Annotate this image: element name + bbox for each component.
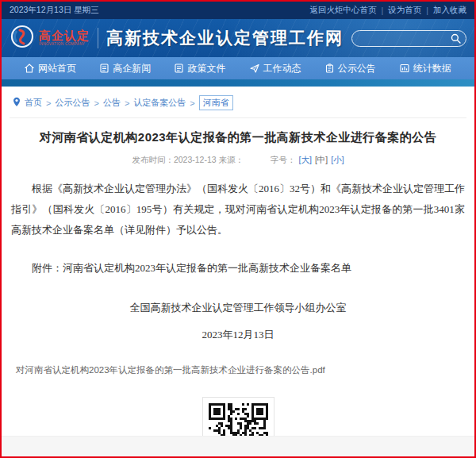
fontsize-medium-button[interactable]: [中] [315,155,328,166]
site-header: 高企认定 INNOVATION COMPANY 高新技术企业认定管理工作网 [2,19,474,57]
site-logo[interactable]: 高企认定 INNOVATION COMPANY [10,24,90,52]
breadcrumb-announcements[interactable]: 公示公告 [55,97,90,109]
topbar-date: 2023年12月13日 星期三 [10,5,99,16]
sign-date-line: 2023年12月13日 [11,325,465,345]
search-icon[interactable] [451,33,461,44]
page: 2023年12月13日 星期三 返回火炬中心首页 | 设为首页 | 加入收藏 高… [0,0,476,458]
nav-item-updates[interactable]: 工作动态 [250,57,301,79]
policy-doc-icon [175,64,183,73]
article-paragraph: 根据《高新技术企业认定管理办法》（国科发火〔2016〕32号）和《高新技术企业认… [11,179,465,241]
nav-item-news[interactable]: 高企新闻 [100,57,151,79]
nav-item-label: 工作动态 [263,62,301,75]
send-icon [250,64,259,73]
nav-item-announcements[interactable]: 公示公告 [325,57,376,79]
article-body: 根据《高新技术企业认定管理办法》（国科发火〔2016〕32号）和《高新技术企业认… [11,179,465,345]
fontsize-label: 字号： [271,155,296,166]
qr-box [202,397,274,436]
nav-item-home[interactable]: 网站首页 [25,57,76,79]
content: 首页 > 公示公告 > 公告 > 认定备案公告 > 河南省 对河南省认定机构20… [2,87,474,436]
logo-title: 高企认定 [39,29,90,41]
link-set-homepage[interactable]: 设为首页 [388,5,421,16]
logo-mark-icon [10,24,35,52]
publish-info: 发布时间：2023-12-13 来源： [132,155,244,166]
main-nav: 网站首页 高企新闻 政策文件 工作动态 公示公告 [2,57,474,79]
breadcrumb-henan[interactable]: 河南省 [199,95,233,110]
article-meta: 发布时间：2023-12-13 来源： 字号： [大] [中] [小] [11,155,465,166]
article-title: 对河南省认定机构2023年认定报备的第一批高新技术企业进行备案的公告 [11,130,465,145]
nav-item-label: 网站首页 [38,62,76,75]
logo-text: 高企认定 INNOVATION COMPANY [39,29,90,47]
breadcrumb-notice[interactable]: 公告 [103,97,121,109]
nav-item-statistics[interactable]: 统计数据 [400,57,451,79]
topbar: 2023年12月13日 星期三 返回火炬中心首页 | 设为首页 | 加入收藏 [2,2,474,19]
news-doc-icon [100,64,109,73]
signer-line: 全国高新技术企业认定管理工作领导小组办公室 [11,298,465,318]
nav-item-label: 政策文件 [187,62,225,75]
location-pin-icon [13,97,21,109]
logo-subtitle: INNOVATION COMPANY [39,43,90,47]
footer [2,436,474,456]
site-title: 高新技术企业认定管理工作网 [106,27,344,49]
home-icon [25,64,34,73]
breadcrumb-separator: > [125,98,129,108]
breadcrumb-filing-notice[interactable]: 认定备案公告 [133,97,186,109]
nav-item-label: 公示公告 [338,62,376,75]
fontsize-small-button[interactable]: [小] [331,155,344,166]
link-add-favorite[interactable]: 加入收藏 [433,5,466,16]
topbar-separator: | [382,6,384,15]
qr-section: 扫一扫在手机打开当前页 [11,397,465,436]
link-torch-home[interactable]: 返回火炬中心首页 [310,5,377,16]
clipboard-icon [325,64,334,73]
nav-item-policy[interactable]: 政策文件 [175,57,225,79]
search-input[interactable] [360,33,451,43]
breadcrumb-separator: > [94,98,98,108]
topbar-separator: | [426,6,428,15]
pdf-attachment-link[interactable]: 对河南省认定机构2023年认定报备的第一批高新技术企业进行备案的公告.pdf [11,364,465,376]
fontsize-large-button[interactable]: [大] [299,155,312,166]
breadcrumb-separator: > [46,98,51,108]
chart-icon [400,64,409,73]
nav-item-label: 统计数据 [413,62,451,75]
qr-code [209,403,268,436]
breadcrumb-separator: > [190,98,194,108]
topbar-links: 返回火炬中心首页 | 设为首页 | 加入收藏 [310,5,466,16]
breadcrumb-home[interactable]: 首页 [25,97,42,109]
header-divider [98,28,98,48]
search-box [351,30,466,47]
nav-item-label: 高企新闻 [113,62,151,75]
attachment-line: 附件：河南省认定机构2023年认定报备的第一批高新技术企业备案名单 [11,258,465,279]
breadcrumb: 首页 > 公示公告 > 公告 > 认定备案公告 > 河南省 [11,87,465,117]
header-bottom-strip [2,79,474,87]
breadcrumb-divider [10,117,466,118]
